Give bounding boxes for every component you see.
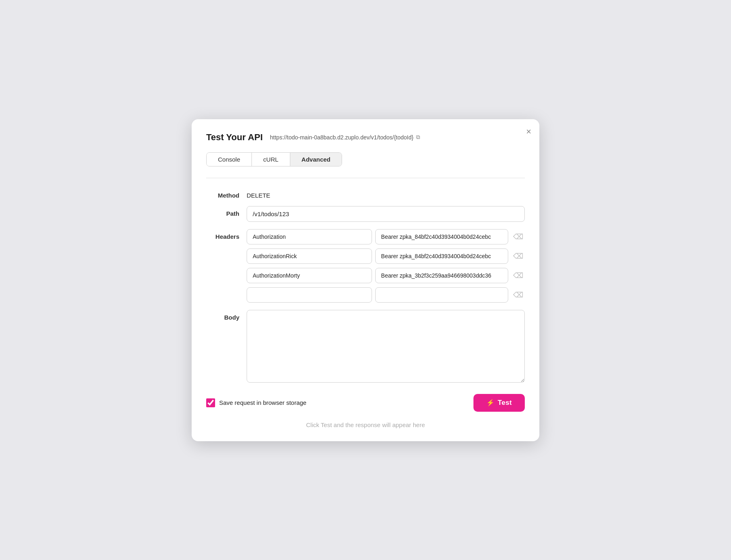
header-row-3: ⌫ — [247, 287, 525, 303]
header-delete-2[interactable]: ⌫ — [511, 269, 525, 282]
save-checkbox[interactable] — [206, 398, 215, 407]
header-value-1[interactable] — [375, 248, 508, 264]
body-label: Body — [206, 310, 247, 321]
header-value-3[interactable] — [375, 287, 508, 303]
modal-url: https://todo-main-0a8bacb.d2.zuplo.dev/v… — [270, 134, 525, 141]
header-delete-3[interactable]: ⌫ — [511, 289, 525, 301]
tabs-container: Console cURL Advanced — [206, 152, 342, 166]
modal-header: Test Your API https://todo-main-0a8bacb.… — [206, 132, 525, 143]
path-input[interactable] — [247, 206, 525, 222]
header-row-2: ⌫ — [247, 268, 525, 283]
path-label: Path — [206, 206, 247, 217]
body-row: Body — [206, 310, 525, 384]
header-delete-1[interactable]: ⌫ — [511, 250, 525, 262]
footer: Save request in browser storage ⚡ Test — [206, 394, 525, 412]
body-area — [247, 310, 525, 384]
header-value-2[interactable] — [375, 268, 508, 283]
header-row-1: ⌫ — [247, 248, 525, 264]
header-value-0[interactable] — [375, 229, 508, 244]
tab-curl[interactable]: cURL — [252, 153, 290, 166]
header-key-3[interactable] — [247, 287, 372, 303]
header-key-2[interactable] — [247, 268, 372, 283]
save-checkbox-label[interactable]: Save request in browser storage — [206, 398, 306, 407]
header-key-0[interactable] — [247, 229, 372, 244]
body-textarea[interactable] — [247, 310, 525, 383]
method-row: Method DELETE — [206, 188, 525, 199]
test-label: Test — [498, 399, 512, 407]
path-row: Path — [206, 206, 525, 222]
test-button[interactable]: ⚡ Test — [473, 394, 525, 412]
tab-advanced[interactable]: Advanced — [290, 153, 342, 166]
copy-icon[interactable]: ⧉ — [416, 134, 420, 141]
divider — [206, 178, 525, 178]
header-delete-0[interactable]: ⌫ — [511, 231, 525, 243]
method-value: DELETE — [247, 188, 270, 199]
method-label: Method — [206, 188, 247, 199]
save-label-text: Save request in browser storage — [219, 399, 306, 406]
modal: Test Your API https://todo-main-0a8bacb.… — [192, 119, 539, 441]
header-key-1[interactable] — [247, 248, 372, 264]
modal-title: Test Your API — [206, 132, 263, 143]
url-text: https://todo-main-0a8bacb.d2.zuplo.dev/v… — [270, 134, 414, 141]
lightning-icon: ⚡ — [486, 399, 494, 406]
response-hint: Click Test and the response will appear … — [206, 421, 525, 428]
headers-area: ⌫ ⌫ ⌫ ⌫ — [247, 229, 525, 303]
headers-row: Headers ⌫ ⌫ ⌫ ⌫ — [206, 229, 525, 303]
close-button[interactable]: × — [526, 127, 531, 136]
headers-label: Headers — [206, 229, 247, 240]
tab-console[interactable]: Console — [207, 153, 252, 166]
header-row-0: ⌫ — [247, 229, 525, 244]
